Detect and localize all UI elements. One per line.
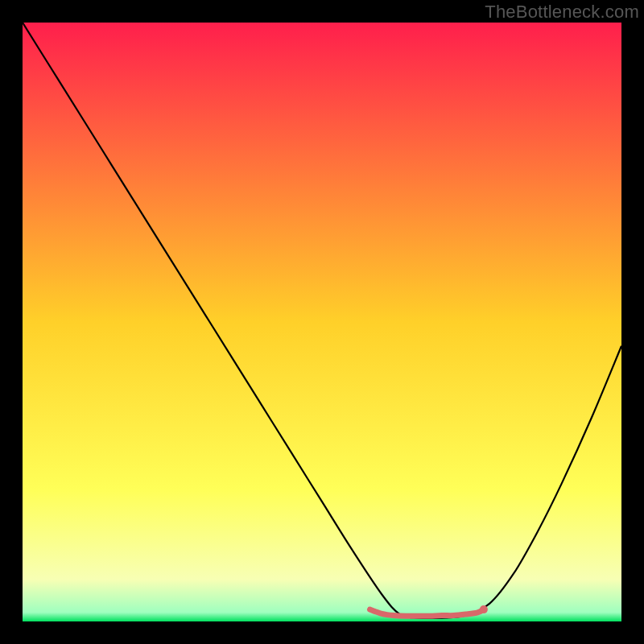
plot-background xyxy=(23,23,621,621)
watermark-text: TheBottleneck.com xyxy=(485,2,639,23)
bottleneck-plot xyxy=(23,23,621,621)
right-endpoint-dot xyxy=(480,605,488,613)
chart-frame: TheBottleneck.com xyxy=(0,0,644,644)
